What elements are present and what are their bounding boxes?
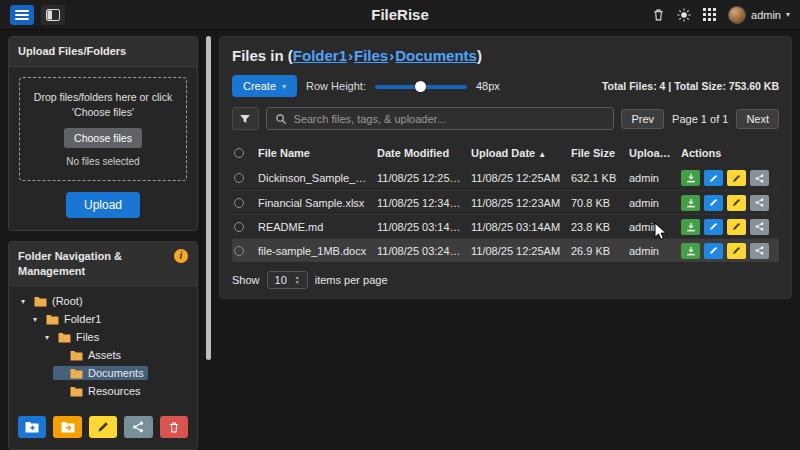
scrollbar-thumb[interactable] [206,36,211,360]
info-icon[interactable]: i [174,249,188,263]
prev-page-button[interactable]: Prev [621,109,664,129]
col-file-name[interactable]: File Name [258,147,377,159]
share-icon [755,246,764,255]
col-uploader[interactable]: Uploader [629,147,681,159]
tree-item-label: Folder1 [64,313,101,325]
hamburger-icon [15,9,29,21]
tree-caret-icon[interactable]: ▾ [21,297,29,306]
tree-caret-icon[interactable]: ▾ [33,315,41,324]
folder-actions-row [9,404,197,449]
breadcrumb-link-files[interactable]: Files [354,47,388,64]
folder-tree: ▾ (Root) ▾ Folder1 ▾ Files A [9,286,197,404]
pager: Prev Page 1 of 1 Next [621,109,779,129]
download-button[interactable] [681,170,700,186]
next-page-button[interactable]: Next [736,109,779,129]
download-button[interactable] [681,219,700,235]
create-button[interactable]: Create ▾ [232,75,297,97]
user-name: admin [751,9,781,21]
row-checkbox[interactable] [234,173,244,183]
files-title: Files in (Folder1›Files›Documents) [232,47,779,64]
tree-item-documents[interactable]: Documents [53,366,148,380]
apps-grid-icon[interactable] [703,8,716,21]
tree-item-resources[interactable]: Resources [53,384,145,398]
user-menu[interactable]: admin ▾ [728,6,790,24]
page-layout: Upload Files/Folders Drop files/folders … [0,30,800,450]
rename-button[interactable] [727,243,746,259]
search-icon [275,113,287,125]
slider-thumb[interactable] [415,81,426,92]
col-upload-date[interactable]: Upload Date▲ [471,147,571,159]
toggle-sidebar-button[interactable] [41,5,65,25]
upload-button[interactable]: Upload [66,192,140,218]
tree-caret-icon[interactable]: ▾ [45,333,53,342]
table-row[interactable]: README.md 11/08/25 03:14AM 11/08/25 03:1… [232,214,779,238]
menu-button[interactable] [10,5,34,25]
table-row[interactable]: file-sample_1MB.docx 11/08/25 03:24AM 11… [232,238,779,262]
folder-icon [58,332,71,343]
table-row[interactable]: Dickinson_Sample_Slides.pptx 11/08/25 12… [232,166,779,190]
breadcrumb-link-documents[interactable]: Documents [395,47,477,64]
search-input[interactable] [294,113,606,125]
rename-button[interactable] [727,219,746,235]
pencil-icon [732,246,741,255]
row-height-slider[interactable] [375,80,467,93]
uploader: admin [629,172,681,184]
file-name[interactable]: README.md [258,221,377,233]
download-button[interactable] [681,243,700,259]
edit-button[interactable] [704,170,723,186]
items-per-page-label: items per page [315,274,388,286]
file-name[interactable]: Dickinson_Sample_Slides.pptx [258,172,377,184]
row-actions [681,243,777,259]
trash-icon[interactable] [652,8,665,22]
download-icon [686,222,696,232]
rename-button[interactable] [727,170,746,186]
row-checkbox[interactable] [234,222,244,232]
date-modified: 11/08/25 03:14AM [377,221,471,233]
filter-button[interactable] [232,107,259,130]
row-actions [681,170,777,186]
file-list-card: Files in (Folder1›Files›Documents) Creat… [219,36,792,299]
theme-sun-icon[interactable] [677,8,691,22]
tree-item-root[interactable]: ▾ (Root) [17,294,87,308]
download-button[interactable] [681,195,700,211]
download-icon [686,246,696,256]
folder-icon [34,296,47,307]
uploader: admin [629,221,681,233]
row-height-label: Row Height: [306,80,366,92]
share-button[interactable] [750,195,769,211]
tree-item-files[interactable]: ▾ Files [41,330,103,344]
tree-item-assets[interactable]: Assets [53,348,125,362]
breadcrumb-separator: › [347,47,354,64]
edit-button[interactable] [704,243,723,259]
delete-folder-button[interactable] [160,416,188,438]
create-button-label: Create [243,80,276,92]
choose-files-button[interactable]: Choose files [64,128,142,148]
col-file-size[interactable]: File Size [571,147,629,159]
items-per-page-select[interactable]: 10 ▲▼ [267,271,308,289]
toolbar: Create ▾ Row Height: 48px Total Files: 4… [232,75,779,97]
uploader: admin [629,197,681,209]
share-button[interactable] [750,170,769,186]
table-header-row: File Name Date Modified Upload Date▲ Fil… [232,140,779,166]
file-dropzone[interactable]: Drop files/folders here or click 'Choose… [19,77,187,181]
table-row[interactable]: Financial Sample.xlsx 11/08/25 12:34AM 1… [232,190,779,214]
rename-folder-button[interactable] [89,416,117,438]
row-checkbox[interactable] [234,198,244,208]
upload-card-header: Upload Files/Folders [9,37,197,67]
row-checkbox[interactable] [234,246,244,256]
create-folder-button[interactable] [18,416,46,438]
rename-button[interactable] [727,195,746,211]
select-all-checkbox[interactable] [234,148,244,158]
breadcrumb-link-folder1[interactable]: Folder1 [293,47,347,64]
share-folder-button[interactable] [124,416,152,438]
share-button[interactable] [750,243,769,259]
file-name[interactable]: Financial Sample.xlsx [258,197,377,209]
upload-card-body: Drop files/folders here or click 'Choose… [9,67,197,230]
file-name[interactable]: file-sample_1MB.docx [258,245,377,257]
move-folder-button[interactable] [53,416,81,438]
tree-item-folder1[interactable]: ▾ Folder1 [29,312,105,326]
edit-button[interactable] [704,219,723,235]
edit-button[interactable] [704,195,723,211]
share-button[interactable] [750,219,769,235]
col-date-modified[interactable]: Date Modified [377,147,471,159]
